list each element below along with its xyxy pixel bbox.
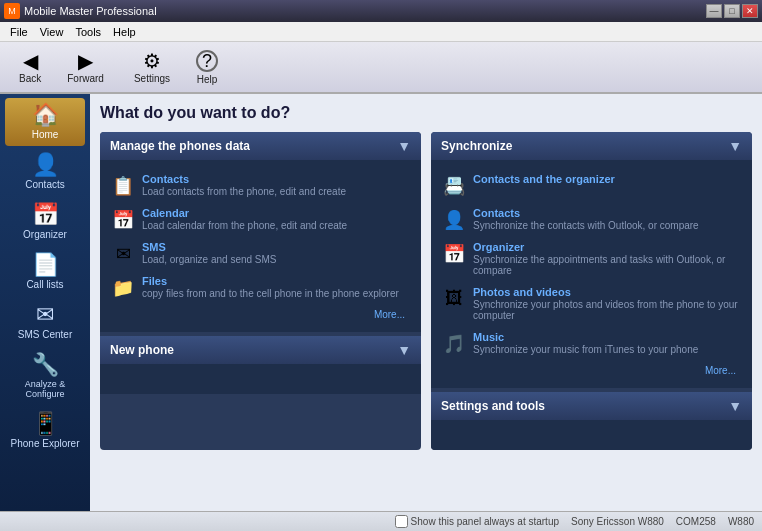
sync-panel-body: 📇 Contacts and the organizer 👤 Contacts … xyxy=(431,160,752,388)
manage-panel-title: Manage the phones data xyxy=(110,139,250,153)
calendar-item-title: Calendar xyxy=(142,207,347,219)
sidebar: 🏠 Home 👤 Contacts 📅 Organizer 📄 Call lis… xyxy=(0,94,90,511)
manage-panel: Manage the phones data ▼ 📋 Contacts Load… xyxy=(100,132,421,450)
maximize-button[interactable]: □ xyxy=(724,4,740,18)
files-item-icon: 📁 xyxy=(112,277,134,299)
model-info: W880 xyxy=(728,516,754,527)
sync-panel-header: Synchronize ▼ xyxy=(431,132,752,160)
help-icon: ? xyxy=(196,50,218,72)
sidebar-item-contacts[interactable]: 👤 Contacts xyxy=(5,148,85,196)
settings-tools-title: Settings and tools xyxy=(441,399,545,413)
contacts-icon: 👤 xyxy=(32,154,59,176)
port-info: COM258 xyxy=(676,516,716,527)
startup-checkbox-container: Show this panel always at startup xyxy=(395,515,559,528)
manage-contacts-item[interactable]: 📋 Contacts Load contacts from the phone,… xyxy=(108,168,413,202)
startup-checkbox-label: Show this panel always at startup xyxy=(411,516,559,527)
calendar-item-icon: 📅 xyxy=(112,209,134,231)
new-phone-title: New phone xyxy=(110,343,174,357)
contacts-item-title: Contacts xyxy=(142,173,346,185)
sync-more-link[interactable]: More... xyxy=(439,360,744,380)
files-item-desc: copy files from and to the cell phone in… xyxy=(142,288,399,299)
forward-icon: ▶ xyxy=(78,51,93,71)
menu-help[interactable]: Help xyxy=(107,24,142,40)
sidebar-contacts-label: Contacts xyxy=(25,179,64,190)
status-bar: Show this panel always at startup Sony E… xyxy=(0,511,762,531)
help-label: Help xyxy=(197,74,218,85)
sync-panel-title: Synchronize xyxy=(441,139,512,153)
page-title: What do you want to do? xyxy=(100,104,752,122)
sync-contacts-org-icon: 📇 xyxy=(443,175,465,197)
settings-tools-header: Settings and tools ▼ xyxy=(431,392,752,420)
minimize-button[interactable]: — xyxy=(706,4,722,18)
settings-label: Settings xyxy=(134,73,170,84)
smscenter-icon: ✉ xyxy=(36,304,54,326)
settings-tools-expand-icon[interactable]: ▼ xyxy=(728,398,742,414)
sync-photos-icon: 🖼 xyxy=(443,288,465,309)
menu-tools[interactable]: Tools xyxy=(69,24,107,40)
close-button[interactable]: ✕ xyxy=(742,4,758,18)
sync-organizer-icon: 📅 xyxy=(443,243,465,265)
home-icon: 🏠 xyxy=(32,104,59,126)
sms-item-title: SMS xyxy=(142,241,277,253)
sync-music-item[interactable]: 🎵 Music Synchronize your music from iTun… xyxy=(439,326,744,360)
sms-item-icon: ✉ xyxy=(112,243,134,265)
sidebar-phoneexplorer-label: Phone Explorer xyxy=(11,438,80,449)
sidebar-item-home[interactable]: 🏠 Home xyxy=(5,98,85,146)
sync-organizer-item[interactable]: 📅 Organizer Synchronize the appointments… xyxy=(439,236,744,281)
sync-contacts-organizer-item[interactable]: 📇 Contacts and the organizer xyxy=(439,168,744,202)
startup-checkbox[interactable] xyxy=(395,515,408,528)
main-layout: 🏠 Home 👤 Contacts 📅 Organizer 📄 Call lis… xyxy=(0,94,762,511)
sync-contacts-desc: Synchronize the contacts with Outlook, o… xyxy=(473,220,699,231)
app-icon: M xyxy=(4,3,20,19)
manage-panel-header: Manage the phones data ▼ xyxy=(100,132,421,160)
sync-photos-item[interactable]: 🖼 Photos and videos Synchronize your pho… xyxy=(439,281,744,326)
manage-more-link[interactable]: More... xyxy=(108,304,413,324)
content-area: What do you want to do? Manage the phone… xyxy=(90,94,762,511)
sidebar-item-organizer[interactable]: 📅 Organizer xyxy=(5,198,85,246)
toolbar: ◀ Back ▶ Forward ⚙ Settings ? Help xyxy=(0,42,762,94)
menu-file[interactable]: File xyxy=(4,24,34,40)
sidebar-item-smscenter[interactable]: ✉ SMS Center xyxy=(5,298,85,346)
panels-row: Manage the phones data ▼ 📋 Contacts Load… xyxy=(100,132,752,450)
new-phone-body xyxy=(100,364,421,394)
sidebar-item-calllists[interactable]: 📄 Call lists xyxy=(5,248,85,296)
calendar-item-desc: Load calendar from the phone, edit and c… xyxy=(142,220,347,231)
sync-organizer-desc: Synchronize the appointments and tasks w… xyxy=(473,254,740,276)
sync-contacts-icon: 👤 xyxy=(443,209,465,231)
sync-music-icon: 🎵 xyxy=(443,333,465,355)
forward-label: Forward xyxy=(67,73,104,84)
contacts-item-icon: 📋 xyxy=(112,175,134,197)
manage-calendar-item[interactable]: 📅 Calendar Load calendar from the phone,… xyxy=(108,202,413,236)
menu-view[interactable]: View xyxy=(34,24,70,40)
settings-tools-panel: Settings and tools ▼ xyxy=(431,392,752,450)
settings-tools-body xyxy=(431,420,752,450)
sidebar-organizer-label: Organizer xyxy=(23,229,67,240)
sync-panel-expand-icon[interactable]: ▼ xyxy=(728,138,742,154)
sms-item-desc: Load, organize and send SMS xyxy=(142,254,277,265)
sync-contacts-org-title: Contacts and the organizer xyxy=(473,173,615,185)
sidebar-item-analyze[interactable]: 🔧 Analyze & Configure xyxy=(5,348,85,405)
settings-button[interactable]: ⚙ Settings xyxy=(123,46,181,89)
sync-photos-desc: Synchronize your photos and videos from … xyxy=(473,299,740,321)
new-phone-panel: New phone ▼ xyxy=(100,336,421,394)
sync-organizer-title: Organizer xyxy=(473,241,740,253)
forward-button[interactable]: ▶ Forward xyxy=(56,46,115,89)
manage-files-item[interactable]: 📁 Files copy files from and to the cell … xyxy=(108,270,413,304)
back-button[interactable]: ◀ Back xyxy=(8,46,52,89)
sidebar-item-phoneexplorer[interactable]: 📱 Phone Explorer xyxy=(5,407,85,455)
new-phone-header: New phone ▼ xyxy=(100,336,421,364)
sidebar-home-label: Home xyxy=(32,129,59,140)
sync-contacts-item[interactable]: 👤 Contacts Synchronize the contacts with… xyxy=(439,202,744,236)
help-button[interactable]: ? Help xyxy=(185,45,229,90)
sync-panel: Synchronize ▼ 📇 Contacts and the organiz… xyxy=(431,132,752,450)
menu-bar: File View Tools Help xyxy=(0,22,762,42)
back-icon: ◀ xyxy=(23,51,38,71)
new-phone-expand-icon[interactable]: ▼ xyxy=(397,342,411,358)
manage-panel-expand-icon[interactable]: ▼ xyxy=(397,138,411,154)
sidebar-smscenter-label: SMS Center xyxy=(18,329,72,340)
sidebar-calllists-label: Call lists xyxy=(26,279,63,290)
sync-music-desc: Synchronize your music from iTunes to yo… xyxy=(473,344,698,355)
organizer-icon: 📅 xyxy=(32,204,59,226)
manage-sms-item[interactable]: ✉ SMS Load, organize and send SMS xyxy=(108,236,413,270)
settings-icon: ⚙ xyxy=(143,51,161,71)
